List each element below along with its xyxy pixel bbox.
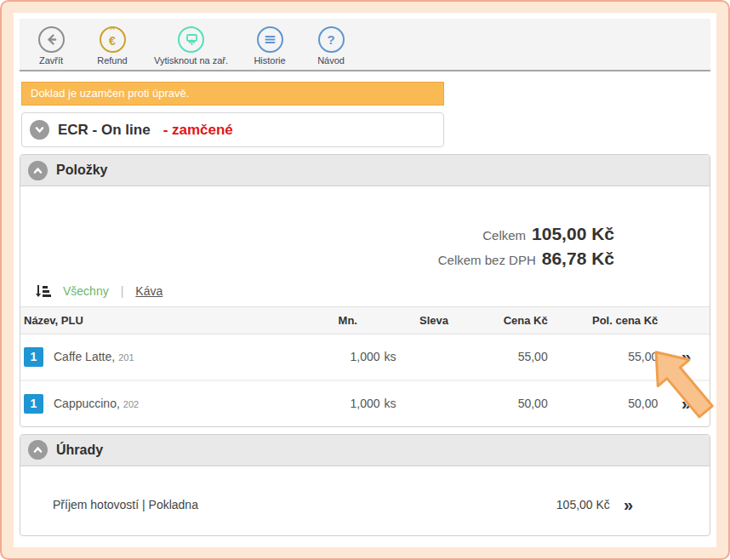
items-table-header-row: Název, PLU Mn. Sleva Cena Kč Pol. cena K… <box>20 307 710 334</box>
item-detail-chevron[interactable]: » <box>682 394 689 413</box>
total-net-value: 86,78 Kč <box>542 249 614 268</box>
item-name: Cappuccino,202 <box>54 397 139 410</box>
item-discount <box>400 380 469 426</box>
totals-block: Celkem105,00 Kč Celkem bez DPH86,78 Kč <box>20 186 710 271</box>
toolbar: Zavřít ^ € Refund Vytisknout na zař. H <box>20 19 710 71</box>
filter-category-link[interactable]: Káva <box>135 284 163 298</box>
table-row: 1 Caffe Latte,201 1,000ks 55,00 55,00 » <box>20 334 710 380</box>
item-quantity: 1,000 <box>350 350 379 363</box>
payment-row: Příjem hotovostí | Pokladna 105,00 Kč » <box>20 495 710 515</box>
item-name: Caffe Latte,201 <box>54 350 134 363</box>
filter-all-link[interactable]: Všechny <box>63 284 109 298</box>
item-plu: 202 <box>123 399 139 409</box>
items-table: Název, PLU Mn. Sleva Cena Kč Pol. cena K… <box>20 306 710 426</box>
refund-button-label: Refund <box>97 55 127 66</box>
quantity-badge: 1 <box>24 347 43 367</box>
items-panel: Položky Celkem105,00 Kč Celkem bez DPH86… <box>20 154 710 427</box>
item-unit: ks <box>385 397 396 410</box>
chevron-up-icon <box>28 161 48 180</box>
print-device-icon <box>178 26 204 53</box>
payment-method-label: Příjem hotovostí | Pokladna <box>53 498 198 511</box>
header-actions <box>661 307 710 334</box>
item-quantity: 1,000 <box>350 397 379 410</box>
chevron-down-icon <box>30 120 49 140</box>
header-price: Cena Kč <box>469 307 551 334</box>
ecr-section-toggle[interactable]: ECR - On line - zamčené <box>21 112 444 147</box>
items-panel-header[interactable]: Položky <box>20 155 710 186</box>
screenshot-frame: Zavřít ^ € Refund Vytisknout na zař. H <box>0 0 730 560</box>
filter-row: Všechny | Káva <box>20 271 710 299</box>
chevron-up-icon <box>28 440 48 460</box>
total-net-label: Celkem bez DPH <box>438 253 536 267</box>
refund-button[interactable]: ^ € Refund <box>93 26 132 66</box>
filter-separator: | <box>121 284 124 298</box>
print-to-device-button[interactable]: Vytisknout na zař. <box>154 26 228 66</box>
locked-document-banner: Doklad je uzamčen proti úpravě. <box>21 82 444 106</box>
sort-icon[interactable] <box>35 283 51 299</box>
item-plu: 201 <box>118 352 134 363</box>
item-unit: ks <box>385 350 396 363</box>
header-discount: Sleva <box>400 307 469 334</box>
header-name-plu: Název, PLU <box>20 307 296 334</box>
history-button-label: Historie <box>254 55 285 66</box>
item-price: 55,00 <box>469 334 551 380</box>
payment-amount: 105,00 Kč <box>556 498 610 511</box>
close-button-label: Zavřít <box>39 55 63 66</box>
payment-detail-chevron[interactable]: » <box>624 495 631 515</box>
app-window: Zavřít ^ € Refund Vytisknout na zař. H <box>14 13 716 547</box>
item-total: 50,00 <box>551 380 662 426</box>
header-quantity: Mn. <box>296 307 400 334</box>
item-price: 50,00 <box>469 380 551 426</box>
item-discount <box>400 334 469 380</box>
help-button[interactable]: ? Návod <box>311 26 351 66</box>
menu-lines-icon <box>257 26 283 53</box>
total-label: Celkem <box>482 228 526 243</box>
payments-panel-header[interactable]: Úhrady <box>20 435 710 466</box>
payments-panel: Úhrady Příjem hotovostí | Pokladna 105,0… <box>20 434 710 536</box>
refund-euro-icon: ^ € <box>100 26 126 53</box>
help-button-label: Návod <box>317 55 345 66</box>
item-detail-chevron[interactable]: » <box>682 347 689 366</box>
ecr-title: ECR - On line <box>58 122 151 139</box>
items-panel-title: Položky <box>56 163 107 178</box>
payments-body: Příjem hotovostí | Pokladna 105,00 Kč » <box>20 466 710 535</box>
close-button[interactable]: Zavřít <box>31 26 71 66</box>
header-item-total: Pol. cena Kč <box>551 307 662 334</box>
back-arrow-icon <box>38 26 65 53</box>
total-value: 105,00 Kč <box>532 224 614 243</box>
history-button[interactable]: Historie <box>250 26 289 66</box>
payments-panel-title: Úhrady <box>56 443 103 458</box>
ecr-locked-status: - zamčené <box>163 122 233 139</box>
table-row: 1 Cappuccino,202 1,000ks 50,00 50,00 » <box>20 380 710 426</box>
print-to-device-button-label: Vytisknout na zař. <box>154 55 228 66</box>
question-icon: ? <box>318 26 345 53</box>
item-total: 55,00 <box>551 334 662 380</box>
quantity-badge: 1 <box>24 394 43 414</box>
